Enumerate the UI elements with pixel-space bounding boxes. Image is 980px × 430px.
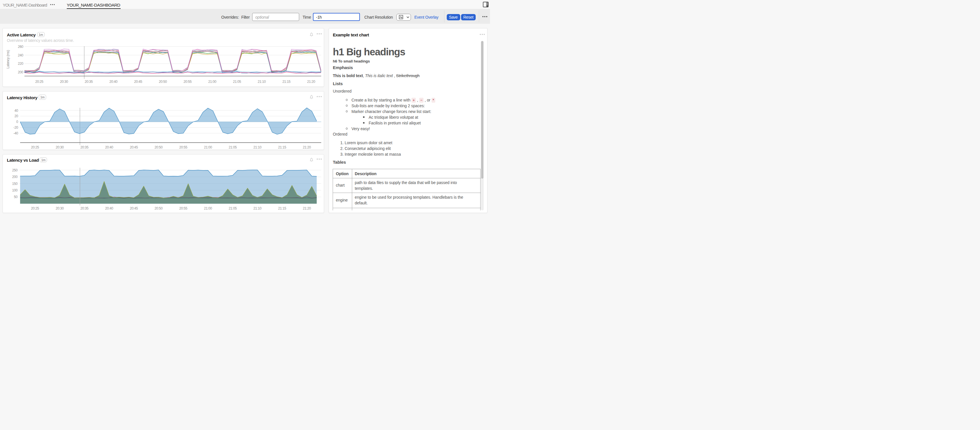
svg-text:20:50: 20:50 (159, 80, 167, 84)
svg-text:20:25: 20:25 (31, 206, 39, 210)
svg-text:21:05: 21:05 (233, 80, 241, 84)
svg-text:21:15: 21:15 (278, 145, 286, 149)
svg-text:260: 260 (18, 45, 24, 49)
svg-text:20:45: 20:45 (130, 206, 138, 210)
svg-text:20:35: 20:35 (85, 80, 93, 84)
svg-text:240: 240 (18, 53, 24, 57)
svg-text:21:20: 21:20 (303, 145, 311, 149)
svg-text:220: 220 (18, 62, 24, 66)
svg-text:100: 100 (12, 188, 18, 192)
svg-text:20:50: 20:50 (154, 145, 163, 149)
svg-text:200: 200 (12, 175, 18, 179)
svg-text:20:25: 20:25 (35, 80, 43, 84)
svg-text:21:20: 21:20 (303, 206, 311, 210)
svg-text:40: 40 (14, 109, 18, 113)
svg-text:21:10: 21:10 (253, 145, 262, 149)
svg-text:20:55: 20:55 (179, 206, 188, 210)
svg-text:21:05: 21:05 (229, 145, 237, 149)
svg-text:21:10: 21:10 (258, 80, 266, 84)
svg-text:21:10: 21:10 (253, 206, 262, 210)
svg-text:20:55: 20:55 (179, 145, 188, 149)
svg-text:Latency (ms): Latency (ms) (6, 50, 10, 68)
svg-text:20:45: 20:45 (130, 145, 138, 149)
svg-text:50: 50 (14, 195, 18, 199)
svg-text:20:30: 20:30 (56, 206, 64, 210)
svg-text:20: 20 (14, 114, 18, 118)
svg-text:20:40: 20:40 (105, 145, 113, 149)
svg-text:21:15: 21:15 (282, 80, 291, 84)
svg-text:250: 250 (12, 168, 18, 172)
svg-text:20:40: 20:40 (105, 206, 113, 210)
svg-text:0: 0 (16, 120, 18, 124)
svg-text:21:00: 21:00 (208, 80, 216, 84)
svg-text:21:20: 21:20 (307, 80, 315, 84)
svg-text:200: 200 (18, 70, 24, 74)
svg-text:21:00: 21:00 (204, 145, 212, 149)
svg-text:20:25: 20:25 (31, 145, 39, 149)
svg-text:150: 150 (12, 182, 18, 186)
svg-text:20:40: 20:40 (110, 80, 118, 84)
svg-text:20:45: 20:45 (134, 80, 142, 84)
svg-text:20:30: 20:30 (60, 80, 68, 84)
svg-text:21:00: 21:00 (204, 206, 212, 210)
svg-text:20:55: 20:55 (183, 80, 192, 84)
svg-text:-40: -40 (13, 131, 18, 135)
svg-text:-20: -20 (13, 126, 18, 130)
svg-text:21:15: 21:15 (278, 206, 286, 210)
svg-text:20:35: 20:35 (80, 206, 89, 210)
svg-text:20:30: 20:30 (56, 145, 64, 149)
svg-text:20:35: 20:35 (80, 145, 89, 149)
svg-text:20:50: 20:50 (154, 206, 163, 210)
svg-text:21:05: 21:05 (229, 206, 237, 210)
